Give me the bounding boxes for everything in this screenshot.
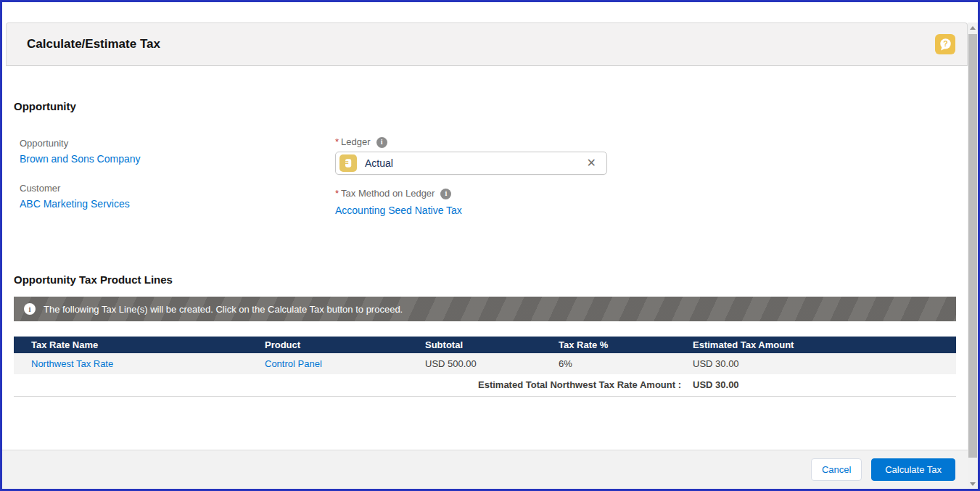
ledger-selected-value: Actual (365, 157, 585, 169)
tax-rate-name-link[interactable]: Northwest Tax Rate (31, 358, 113, 369)
calculate-tax-button[interactable]: Calculate Tax (871, 458, 955, 481)
info-icon: i (24, 303, 36, 315)
total-value: USD 30.00 (693, 374, 956, 396)
help-button[interactable]: ? (935, 34, 955, 54)
svg-text:?: ? (943, 39, 947, 48)
info-banner: i The following Tax Line(s) will be crea… (14, 297, 956, 321)
col-header-estimated-tax-amount: Estimated Tax Amount (693, 337, 956, 353)
help-question-bubble-icon: ? (939, 38, 952, 51)
required-asterisk: * (335, 136, 339, 148)
tax-lines-table: Tax Rate Name Product Subtotal Tax Rate … (14, 337, 956, 397)
ledger-combobox[interactable]: Actual ✕ (335, 152, 607, 175)
modal-body: Opportunity Opportunity Brown and Sons C… (2, 66, 968, 450)
tax-method-field: * Tax Method on Ledger i Accounting Seed… (335, 188, 607, 217)
page-title: Calculate/Estimate Tax (27, 37, 160, 51)
tax-method-info-icon[interactable]: i (440, 189, 451, 199)
table-header-row: Tax Rate Name Product Subtotal Tax Rate … (14, 337, 956, 353)
scrollbar-spacer (968, 2, 978, 22)
col-header-subtotal: Subtotal (425, 337, 559, 353)
ledger-record-icon (339, 154, 357, 172)
tax-method-link[interactable]: Accounting Seed Native Tax (335, 205, 462, 217)
opportunity-field-label: Opportunity (20, 138, 141, 149)
required-asterisk: * (335, 188, 339, 199)
total-label: Estimated Total Northwest Tax Rate Amoun… (14, 374, 693, 396)
scrollbar-track-area (968, 22, 978, 489)
opportunity-section-heading: Opportunity (14, 100, 76, 112)
ledger-field: * Ledger i Actual ✕ (335, 136, 607, 175)
estimated-tax-amount-cell: USD 30.00 (693, 353, 956, 374)
col-header-tax-rate-pct: Tax Rate % (559, 337, 693, 353)
table-row: Northwest Tax Rate Control Panel USD 500… (14, 353, 956, 374)
tax-lines-section-heading: Opportunity Tax Product Lines (14, 273, 173, 286)
tax-method-field-label: * Tax Method on Ledger i (335, 188, 607, 199)
total-row: Estimated Total Northwest Tax Rate Amoun… (14, 374, 956, 396)
col-header-tax-rate-name: Tax Rate Name (14, 337, 265, 353)
subtotal-cell: USD 500.00 (425, 353, 559, 374)
clear-ledger-icon[interactable]: ✕ (585, 156, 598, 170)
page-header: Calculate/Estimate Tax ? (6, 22, 968, 66)
modal-window: Calculate/Estimate Tax ? Opportunity Opp… (2, 2, 968, 489)
cancel-button[interactable]: Cancel (811, 458, 862, 481)
modal-footer: Cancel Calculate Tax (2, 450, 968, 489)
scroll-down-arrow-icon[interactable] (968, 479, 978, 489)
info-banner-text: The following Tax Line(s) will be create… (44, 304, 403, 315)
scrollbar-track[interactable] (968, 33, 978, 479)
customer-field: Customer ABC Marketing Services (20, 183, 141, 210)
col-header-product: Product (265, 337, 425, 353)
ledger-info-icon[interactable]: i (376, 137, 387, 148)
opportunity-link[interactable]: Brown and Sons Company (20, 153, 141, 165)
opportunity-fields-left: Opportunity Brown and Sons Company Custo… (20, 138, 141, 210)
customer-field-label: Customer (20, 183, 141, 194)
opportunity-fields-right: * Ledger i Actual ✕ (335, 136, 607, 217)
tax-rate-pct-cell: 6% (559, 353, 693, 374)
product-link[interactable]: Control Panel (265, 358, 322, 369)
scroll-up-arrow-icon[interactable] (968, 22, 978, 33)
vertical-scrollbar[interactable] (968, 2, 978, 489)
opportunity-field: Opportunity Brown and Sons Company (20, 138, 141, 165)
top-whitespace (2, 2, 968, 22)
customer-link[interactable]: ABC Marketing Services (20, 198, 130, 210)
ledger-field-label: * Ledger i (335, 136, 607, 148)
scrollbar-thumb[interactable] (968, 34, 977, 458)
